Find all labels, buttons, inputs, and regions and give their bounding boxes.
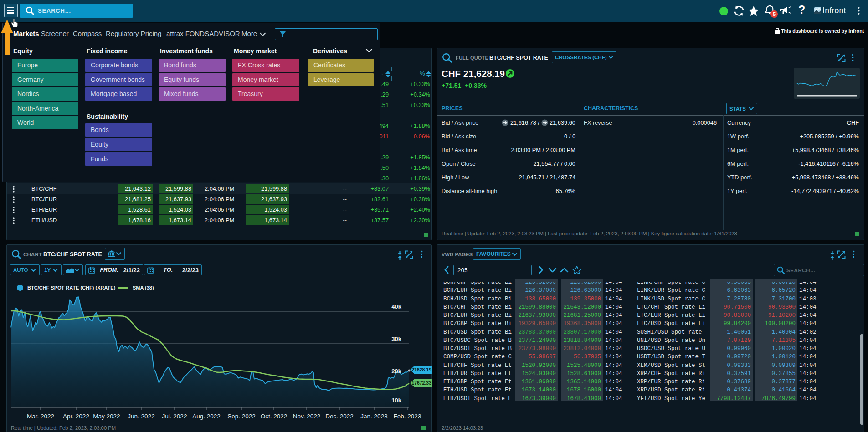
svg-text:Oct. 2022: Oct. 2022: [261, 413, 288, 420]
svg-text:30k: 30k: [391, 335, 401, 342]
svg-text:40k: 40k: [391, 303, 401, 310]
svg-text:Nov. 2022: Nov. 2022: [293, 413, 321, 420]
svg-text:Dec. 2022: Dec. 2022: [325, 413, 354, 420]
svg-text:Feb. 2023: Feb. 2023: [394, 413, 421, 420]
svg-text:Jan. 2023: Jan. 2023: [360, 413, 387, 420]
svg-text:Jun. 2022: Jun. 2022: [128, 413, 154, 420]
svg-text:Sep. 2022: Sep. 2022: [227, 413, 256, 420]
svg-text:Jul. 2022: Jul. 2022: [162, 413, 187, 420]
svg-text:Apr. 2022: Apr. 2022: [63, 413, 89, 420]
svg-text:20k: 20k: [391, 368, 401, 375]
svg-text:10k: 10k: [391, 397, 401, 404]
svg-text:Aug. 2022: Aug. 2022: [192, 413, 221, 420]
svg-text:Mar. 2022: Mar. 2022: [27, 413, 54, 420]
svg-text:May 2022: May 2022: [93, 413, 120, 420]
